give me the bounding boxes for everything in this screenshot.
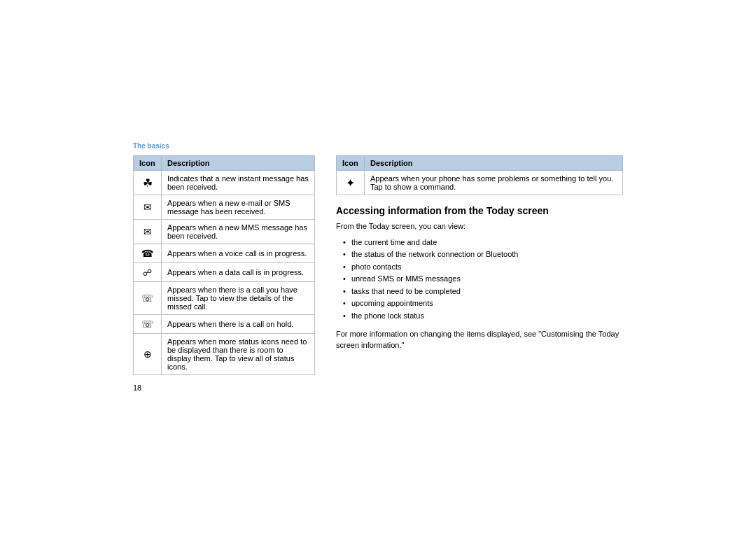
icon-cell: ☍ — [134, 263, 162, 282]
description-cell: Indicates that a new instant message has… — [162, 171, 315, 195]
page: The basics Icon Description ☘ Indicates … — [133, 128, 623, 406]
icon-cell: ☎ — [134, 244, 162, 263]
footer-text: For more information on changing the ite… — [336, 328, 623, 351]
bullet-list: the current time and date the status of … — [336, 237, 623, 323]
list-item: the current time and date — [343, 237, 623, 249]
alert-icon: ✦ — [346, 177, 355, 189]
icon-cell: ☘ — [134, 171, 162, 195]
left-col1-header: Icon — [134, 156, 162, 171]
table-row: ☍ Appears when a data call is in progres… — [134, 263, 315, 282]
right-col1-header: Icon — [337, 156, 365, 171]
icon-cell: ☏ — [134, 315, 162, 334]
left-col2-header: Description — [162, 156, 315, 171]
description-cell: Appears when more status icons need to b… — [162, 334, 315, 375]
more-icons-icon: ⊕ — [144, 349, 152, 360]
data-call-icon: ☍ — [143, 267, 152, 278]
icon-cell: ✉ — [134, 195, 162, 220]
icon-cell: ☏ — [134, 282, 162, 315]
icon-cell: ✉ — [134, 220, 162, 244]
description-cell: Appears when a new e-mail or SMS message… — [162, 195, 315, 220]
table-row: ☘ Indicates that a new instant message h… — [134, 171, 315, 195]
table-row: ⊕ Appears when more status icons need to… — [134, 334, 315, 375]
page-number: 18 — [133, 384, 315, 392]
email-icon: ✉ — [144, 202, 152, 213]
left-table: Icon Description ☘ Indicates that a new … — [133, 155, 315, 375]
description-cell: Appears when a voice call is in progress… — [162, 244, 315, 263]
table-row: ✦ Appears when your phone has some probl… — [337, 171, 623, 195]
table-row: ✉ Appears when a new MMS message has bee… — [134, 220, 315, 244]
voice-call-icon: ☎ — [141, 248, 153, 259]
section-title: Accessing information from the Today scr… — [336, 205, 623, 216]
section-label: The basics — [133, 142, 623, 150]
description-cell: Appears when there is a call on hold. — [162, 315, 315, 334]
table-row: ✉ Appears when a new e-mail or SMS messa… — [134, 195, 315, 220]
right-column: Icon Description ✦ Appears when your pho… — [336, 155, 623, 356]
missed-call-icon: ☏ — [141, 293, 154, 304]
right-table: Icon Description ✦ Appears when your pho… — [336, 155, 623, 195]
right-col2-header: Description — [365, 156, 623, 171]
table-row: ☎ Appears when a voice call is in progre… — [134, 244, 315, 263]
icon-cell: ⊕ — [134, 334, 162, 375]
mms-icon: ✉ — [144, 226, 152, 237]
list-item: upcoming appointments — [343, 297, 623, 310]
list-item: unread SMS or MMS messages — [343, 273, 623, 286]
call-on-hold-icon: ☏ — [141, 318, 154, 330]
icon-cell: ✦ — [337, 171, 365, 195]
list-item: photo contacts — [343, 261, 623, 274]
list-item: tasks that need to be completed — [343, 286, 623, 298]
person-icon: ☘ — [143, 177, 153, 189]
list-item: the status of the network connection or … — [343, 248, 623, 261]
list-item: the phone lock status — [343, 310, 623, 323]
intro-text: From the Today screen, you can view: — [336, 220, 623, 232]
right-table-wrapper: Icon Description ✦ Appears when your pho… — [336, 155, 623, 195]
table-row: ☏ Appears when there is a call you have … — [134, 282, 315, 315]
left-column: Icon Description ☘ Indicates that a new … — [133, 155, 315, 392]
description-cell: Appears when there is a call you have mi… — [162, 282, 315, 315]
description-cell: Appears when your phone has some problem… — [365, 171, 623, 195]
description-cell: Appears when a new MMS message has been … — [162, 220, 315, 244]
content-area: Icon Description ☘ Indicates that a new … — [133, 155, 623, 392]
table-row: ☏ Appears when there is a call on hold. — [134, 315, 315, 334]
description-cell: Appears when a data call is in progress. — [162, 263, 315, 282]
